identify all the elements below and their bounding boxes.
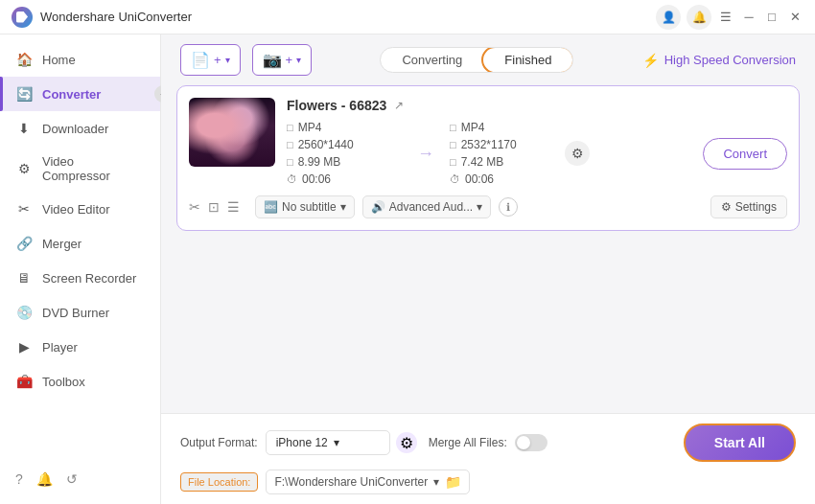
- file-path-chevron[interactable]: ▾: [433, 475, 439, 489]
- menu-icon-button[interactable]: ☰: [717, 9, 734, 26]
- target-size-icon: □: [450, 156, 456, 168]
- title-bar: Wondershare UniConverter 👤 🔔 ☰ ─ □ ✕: [0, 0, 815, 34]
- file-card: Flowers - 66823 ↗ □ MP4 □: [176, 85, 800, 231]
- source-meta-block: □ MP4 □ 2560*1440 □ 8.99 MB: [287, 121, 402, 186]
- screen-recorder-icon: 🖥: [15, 269, 33, 286]
- help-icon[interactable]: ?: [15, 471, 23, 487]
- file-path-text: F:\Wondershare UniConverter: [274, 475, 428, 489]
- resolution-icon: □: [287, 139, 293, 150]
- sidebar-item-downloader[interactable]: ⬇ Downloader: [0, 111, 160, 146]
- list-icon[interactable]: ☰: [227, 199, 240, 215]
- toolbar-right: ⚡ High Speed Conversion: [642, 53, 796, 68]
- sidebar-item-compressor-label: Video Compressor: [42, 154, 145, 183]
- audio-chevron: ▾: [477, 200, 482, 214]
- high-speed-label: High Speed Conversion: [664, 53, 796, 67]
- refresh-icon[interactable]: ↺: [66, 471, 78, 487]
- dvd-burner-icon: 💿: [15, 304, 33, 321]
- add-files-button[interactable]: 📄 + ▾: [180, 44, 241, 76]
- tab-converting[interactable]: Converting: [381, 48, 483, 72]
- title-bar-left: Wondershare UniConverter: [12, 7, 192, 28]
- thumbnail-flowers: [189, 98, 275, 167]
- sidebar-item-player[interactable]: ▶ Player: [0, 330, 160, 364]
- format-settings-icon[interactable]: ⚙: [396, 432, 417, 453]
- notification-bottom-icon[interactable]: 🔔: [36, 471, 53, 487]
- minimize-button[interactable]: ─: [740, 9, 757, 26]
- sidebar-item-merger[interactable]: 🔗 Merger: [0, 226, 160, 261]
- output-format-select[interactable]: iPhone 12 ▾: [266, 430, 390, 455]
- sidebar-item-toolbox[interactable]: 🧰 Toolbox: [0, 364, 160, 399]
- sidebar-item-dvd-burner[interactable]: 💿 DVD Burner: [0, 295, 160, 330]
- file-card-info: Flowers - 66823 ↗ □ MP4 □: [287, 98, 787, 186]
- close-button[interactable]: ✕: [786, 9, 803, 26]
- merge-files-toggle[interactable]: [515, 434, 547, 451]
- home-icon: 🏠: [15, 51, 33, 68]
- sidebar-item-screen-recorder[interactable]: 🖥 Screen Recorder: [0, 261, 160, 295]
- bolt-icon: ⚡: [642, 53, 659, 68]
- target-meta-block: □ MP4 □ 2532*1170 □ 7.42 MB: [450, 121, 565, 186]
- sidebar-item-downloader-label: Downloader: [42, 122, 108, 136]
- subtitle-select-button[interactable]: 🔤 No subtitle ▾: [255, 195, 355, 218]
- merge-files-control: Merge All Files:: [429, 434, 547, 451]
- add-camera-button[interactable]: 📷 + ▾: [252, 44, 313, 76]
- file-name: Flowers - 66823: [287, 98, 386, 113]
- sidebar-item-home[interactable]: 🏠 Home: [0, 42, 160, 77]
- sidebar-item-converter-label: Converter: [42, 87, 101, 102]
- subtitle-label: 🔤: [264, 200, 278, 214]
- bottom-bar-inner: Output Format: iPhone 12 ▾ ⚙ Merge All F…: [180, 424, 796, 494]
- scissors-icon[interactable]: ✂: [189, 199, 200, 215]
- target-resolution-icon: □: [450, 139, 456, 150]
- convert-button[interactable]: Convert: [703, 138, 787, 170]
- target-duration-item: ⏱ 00:06: [450, 172, 565, 186]
- camera-icon: 📷: [263, 51, 282, 69]
- toggle-knob: [517, 436, 530, 449]
- editor-icon: ✂: [15, 200, 33, 218]
- toolbar-left: 📄 + ▾ 📷 + ▾: [180, 44, 312, 76]
- start-all-button[interactable]: Start All: [684, 424, 796, 462]
- main-layout: 🏠 Home 🔄 Converter ◀ ⬇ Downloader ⚙ Vide…: [0, 34, 815, 504]
- file-card-top: Flowers - 66823 ↗ □ MP4 □: [189, 98, 787, 186]
- file-thumbnail: [189, 98, 275, 167]
- target-resolution: 2532*1170: [461, 138, 517, 151]
- notification-icon-button[interactable]: 🔔: [687, 5, 711, 30]
- sidebar-item-video-compressor[interactable]: ⚙ Video Compressor: [0, 146, 160, 192]
- maximize-button[interactable]: □: [763, 9, 780, 26]
- format-icon: □: [287, 122, 293, 133]
- target-format-icon: □: [450, 122, 456, 133]
- sidebar-item-video-editor[interactable]: ✂ Video Editor: [0, 192, 160, 226]
- tab-finished[interactable]: Finished: [481, 47, 573, 73]
- output-format-chevron: ▾: [334, 436, 339, 449]
- settings-label: Settings: [735, 200, 777, 214]
- external-link-icon[interactable]: ↗: [394, 99, 404, 112]
- player-icon: ▶: [15, 338, 33, 355]
- subtitle-chevron: ▾: [340, 200, 346, 214]
- copy-icon[interactable]: ⊡: [208, 199, 220, 215]
- audio-value: Advanced Aud...: [389, 200, 473, 214]
- duration-icon: ⏱: [287, 173, 297, 185]
- audio-select-button[interactable]: 🔊 Advanced Aud... ▾: [362, 195, 491, 218]
- edit-settings-icon-button[interactable]: ⚙: [565, 141, 590, 166]
- file-name-row: Flowers - 66823 ↗: [287, 98, 787, 113]
- target-size-item: □ 7.42 MB: [450, 155, 565, 169]
- toolbar: 📄 + ▾ 📷 + ▾ Converting Finished ⚡ High S…: [161, 34, 815, 85]
- source-resolution-item: □ 2560*1440: [287, 138, 402, 151]
- info-button[interactable]: ℹ: [499, 197, 518, 217]
- settings-gear-icon: ⚙: [721, 200, 732, 214]
- add-file-icon: 📄: [191, 51, 210, 69]
- sidebar-item-merger-label: Merger: [42, 237, 82, 251]
- file-card-bottom: ✂ ⊡ ☰ 🔤 No subtitle ▾ 🔊 Advanced Aud... …: [189, 195, 787, 218]
- camera-chevron: ▾: [296, 55, 301, 65]
- output-format-value: iPhone 12: [276, 436, 328, 449]
- file-location-label[interactable]: File Location:: [180, 472, 258, 492]
- settings-button[interactable]: ⚙ Settings: [710, 195, 787, 218]
- file-actions: ✂ ⊡ ☰: [189, 199, 240, 215]
- folder-open-icon[interactable]: 📁: [445, 474, 461, 490]
- toolbox-icon: 🧰: [15, 373, 33, 390]
- sidebar-item-home-label: Home: [42, 53, 76, 67]
- add-files-chevron: ▾: [225, 55, 230, 65]
- merger-icon: 🔗: [15, 235, 33, 252]
- sidebar-item-converter[interactable]: 🔄 Converter ◀: [0, 77, 160, 111]
- content-area: 📄 + ▾ 📷 + ▾ Converting Finished ⚡ High S…: [161, 34, 815, 504]
- user-icon-button[interactable]: 👤: [656, 5, 681, 30]
- sidebar-item-editor-label: Video Editor: [42, 202, 110, 217]
- merge-files-label: Merge All Files:: [429, 436, 507, 449]
